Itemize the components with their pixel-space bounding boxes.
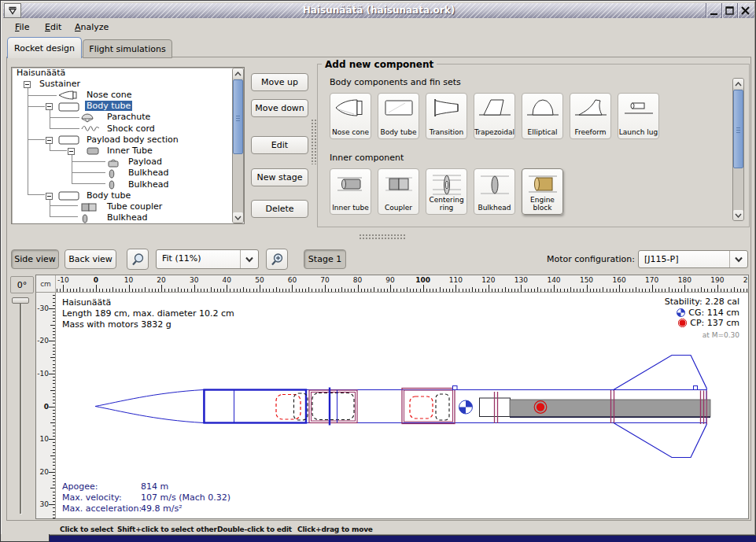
side-view-button[interactable]: Side view [11,249,59,269]
cp-icon [678,319,687,327]
ruler-tick [335,289,336,292]
ruler-tick [60,289,61,292]
tree-item-bulkhead[interactable]: Bulkhead [127,168,170,178]
menu-analyze[interactable]: Analyze [70,20,113,34]
delete-button[interactable]: Delete [251,200,308,218]
rotation-slider-track[interactable] [20,301,21,514]
ruler-tick [378,289,378,292]
ruler-tick [234,289,234,292]
component-tree[interactable]: HaisunäätäSustainerNose coneBody tubePar… [11,67,245,224]
stage-1-button[interactable]: Stage 1 [304,249,346,269]
add-elliptical-button[interactable]: Elliptical [522,93,563,139]
zoom-level-combo[interactable]: Fit (11%) [156,249,259,269]
ruler-tick [53,442,56,443]
add-transition-button[interactable]: Transition [426,93,467,139]
menu-edit[interactable]: Edit [40,20,66,34]
tree-item-inner-tube[interactable]: Inner Tube [105,146,154,156]
zoom-in-button[interactable] [266,249,288,270]
tree-item-payload[interactable]: Payload [127,157,164,167]
move-down-button[interactable]: Move down [251,99,308,117]
ruler-tick [400,289,401,292]
ruler-tick [249,289,250,292]
ruler-tick [132,289,133,292]
tab-rocket-design[interactable]: Rocket design [7,37,82,58]
tree-item-body-tube[interactable]: Body tube [85,190,132,201]
tree-item-haisun-t-[interactable]: Haisunäätä [15,68,67,78]
scroll-thumb[interactable] [233,79,243,154]
ruler-tick [469,289,470,292]
ruler-tick [698,289,699,292]
zoom-out-button[interactable] [127,249,149,270]
ruler-tick [197,289,198,292]
titlebar[interactable]: Haisunäätä (haisunaata.ork) [3,3,754,18]
rocket-info-text: HaisunäätäLength 189 cm, max. diameter 1… [62,297,234,330]
minimize-button[interactable] [706,3,721,18]
tree-item-bulkhead[interactable]: Bulkhead [127,179,170,190]
scroll-down-arrow[interactable] [733,210,743,220]
add-freeform-button[interactable]: Freeform [570,93,611,139]
scroll-up-arrow[interactable] [733,79,743,89]
tree-item-sustainer[interactable]: Sustainer [38,79,82,89]
tree-expander[interactable] [24,81,31,88]
tree-expander[interactable] [46,193,53,200]
scroll-down-arrow[interactable] [233,212,243,223]
tree-item-bulkhead[interactable]: Bulkhead [105,212,149,223]
window-resize-corner[interactable] [0,534,50,542]
tree-item-nose-cone[interactable]: Nose cone [85,90,133,100]
ruler-label: 0 [44,403,49,411]
ruler-tick [603,287,603,293]
rotation-slider-handle[interactable] [12,297,29,304]
tree-expander[interactable] [68,148,75,155]
ruler-tick [187,289,188,292]
ruler-tick [387,289,388,292]
ruler-tick [256,289,257,292]
ruler-tick [246,289,247,292]
tree-expander[interactable] [46,137,53,144]
tree-item-body-tube[interactable]: Body tube [85,101,132,111]
add-body-tube-button[interactable]: Body tube [378,93,419,139]
ruler-tick [707,289,708,292]
ruler-tick [711,289,712,292]
tree-scrollbar[interactable] [232,68,244,223]
ruler-tick [737,289,738,292]
ruler-tick [322,289,323,292]
tree-item-payload-body-section[interactable]: Payload body section [85,135,180,145]
ruler-tick [308,287,309,293]
ruler-tick [348,289,348,292]
tile-label: Centering ring [426,197,467,212]
vertical-splitter[interactable] [311,119,317,164]
tree-item-shock-cord[interactable]: Shock cord [105,124,157,134]
tile-label: Elliptical [522,129,562,137]
tab-flight-simulations[interactable]: Flight simulations [83,39,172,58]
back-view-button[interactable]: Back view [65,249,116,269]
scroll-up-arrow[interactable] [233,68,243,79]
add-inner-tube-button[interactable]: Inner tube [330,168,371,215]
scroll-thumb[interactable] [733,90,743,168]
component-panel-scrollbar[interactable] [732,78,744,221]
add-launch-lug-button[interactable]: Launch lug [618,93,659,139]
ruler-tick [53,315,56,315]
add-bulkhead-button[interactable]: Bulkhead [474,168,515,215]
ruler-tick [577,289,577,292]
close-button[interactable] [737,3,753,18]
add-nose-cone-button[interactable]: Nose cone [330,93,371,139]
tree-expander[interactable] [46,103,53,110]
add-centering-ring-button[interactable]: Centering ring [426,168,467,215]
motor-config-combo[interactable]: [J115-P] [638,250,748,268]
ruler-tick [446,289,447,292]
new-stage-button[interactable]: New stage [251,168,308,186]
ruler-tick [220,289,221,292]
add-trapezoidal-button[interactable]: Trapezoidal [474,93,515,139]
horizontal-splitter[interactable] [359,234,406,240]
add-engine-block-button[interactable]: Engine block [522,168,563,215]
tree-item-parachute[interactable]: Parachute [105,112,152,122]
maximize-button[interactable] [721,3,737,18]
status-hint: Shift+click to select other [117,525,217,533]
move-up-button[interactable]: Move up [251,73,308,91]
add-coupler-button[interactable]: Coupler [378,168,419,215]
tree-item-tube-coupler[interactable]: Tube coupler [105,201,164,212]
ruler-tick [319,289,319,292]
menu-file[interactable]: File [10,20,34,34]
ruler-tick [420,289,421,292]
edit-button[interactable]: Edit [251,136,308,154]
